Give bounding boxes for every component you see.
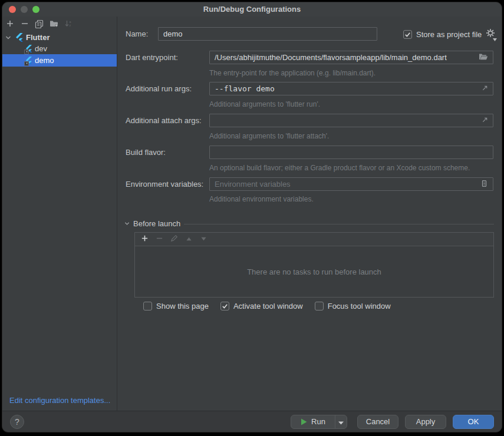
minus-icon xyxy=(156,234,163,245)
run-options-dropdown-button[interactable] xyxy=(335,415,347,428)
edit-task-button[interactable] xyxy=(167,233,182,245)
pencil-icon xyxy=(170,234,178,245)
tree-node-label: Flutter xyxy=(26,33,50,42)
run-args-help: Additional arguments to 'flutter run'. xyxy=(209,100,320,108)
chevron-down-icon[interactable] xyxy=(2,35,14,41)
apply-button[interactable]: Apply xyxy=(405,415,446,429)
ok-button[interactable]: OK xyxy=(453,415,494,429)
add-configuration-button[interactable] xyxy=(2,19,17,31)
copy-icon xyxy=(35,19,44,31)
tree-node-demo[interactable]: demo xyxy=(2,54,117,67)
focus-tool-window-label: Focus tool window xyxy=(328,302,391,311)
run-button-label: Run xyxy=(311,417,325,426)
expand-field-button[interactable] xyxy=(482,84,488,93)
run-args-value: --flavor demo xyxy=(215,84,478,93)
build-flavor-label: Build flavor: xyxy=(126,148,166,157)
dart-entrypoint-help: The entry-point for the application (e.g… xyxy=(209,69,375,77)
expand-field-button[interactable] xyxy=(482,116,488,125)
help-button[interactable]: ? xyxy=(10,415,24,429)
minus-icon xyxy=(21,19,29,30)
env-vars-label: Environment variables: xyxy=(126,180,203,189)
move-task-down-button[interactable] xyxy=(196,233,211,245)
project-file-settings-button[interactable] xyxy=(486,28,495,40)
edit-configuration-templates-link[interactable]: Edit configuration templates... xyxy=(9,396,110,405)
before-launch-title: Before launch xyxy=(133,219,180,228)
flutter-config-icon xyxy=(25,45,34,53)
expand-arrow-icon xyxy=(482,116,488,125)
dart-entrypoint-value: /Users/abhijitmuthe/Documents/flavorsamp… xyxy=(215,53,475,62)
env-vars-help: Additional environment variables. xyxy=(209,195,314,203)
dart-entrypoint-input[interactable]: /Users/abhijitmuthe/Documents/flavorsamp… xyxy=(209,51,493,64)
sort-configurations-button[interactable]: az xyxy=(61,19,76,31)
env-vars-input[interactable]: Environment variables xyxy=(209,177,493,191)
configuration-form: Name: demo Store as project file Dart en… xyxy=(118,16,502,411)
run-args-label: Additional run args: xyxy=(126,84,192,93)
tree-node-flutter[interactable]: Flutter xyxy=(2,32,117,43)
dialog-footer: ? Run Cancel Apply OK xyxy=(2,411,502,432)
build-flavor-help: An optional build flavor; either a Gradl… xyxy=(209,164,470,172)
run-args-input[interactable]: --flavor demo xyxy=(209,82,493,95)
tree-node-dev[interactable]: dev xyxy=(2,43,117,54)
play-icon xyxy=(301,418,307,425)
configurations-tree: Flutter dev demo xyxy=(2,32,117,67)
copy-configuration-button[interactable] xyxy=(32,19,47,31)
sort-az-icon: az xyxy=(64,19,73,30)
flutter-logo-icon xyxy=(14,33,26,42)
tree-node-label: dev xyxy=(35,44,47,53)
cancel-button[interactable]: Cancel xyxy=(357,415,398,429)
title-bar: Run/Debug Configurations xyxy=(2,2,502,16)
before-launch-empty-text: There are no tasks to run before launch xyxy=(135,246,493,297)
window-title: Run/Debug Configurations xyxy=(2,5,502,14)
edit-env-vars-button[interactable] xyxy=(480,180,488,189)
triangle-up-icon xyxy=(186,234,192,245)
plus-icon xyxy=(141,234,149,245)
before-launch-tasks-panel: There are no tasks to run before launch xyxy=(134,232,494,298)
name-value: demo xyxy=(163,29,372,38)
attach-args-help: Additional arguments to 'flutter attach'… xyxy=(209,132,329,140)
before-launch-section-header[interactable]: Before launch xyxy=(124,219,180,228)
expand-arrow-icon xyxy=(482,84,488,93)
variables-list-icon xyxy=(480,180,488,189)
plus-icon xyxy=(6,19,14,30)
configurations-sidebar: az Flutter dev xyxy=(2,16,117,411)
dropdown-caret-icon xyxy=(493,38,497,41)
build-flavor-input[interactable] xyxy=(209,146,493,159)
triangle-down-icon xyxy=(200,234,207,245)
activate-tool-window-label: Activate tool window xyxy=(233,302,303,311)
question-mark-icon: ? xyxy=(15,417,19,427)
open-folder-icon xyxy=(479,53,488,62)
dropdown-caret-icon xyxy=(338,417,344,427)
section-divider xyxy=(184,224,494,224)
attach-args-input[interactable] xyxy=(209,114,493,127)
dart-entrypoint-label: Dart entrypoint: xyxy=(126,53,178,62)
env-vars-placeholder: Environment variables xyxy=(215,180,477,189)
add-task-button[interactable] xyxy=(137,233,152,245)
name-input[interactable]: demo xyxy=(158,27,377,41)
store-as-project-file-label: Store as project file xyxy=(416,30,482,39)
new-folder-icon xyxy=(50,19,59,30)
attach-args-label: Additional attach args: xyxy=(126,116,202,125)
remove-configuration-button[interactable] xyxy=(17,19,32,31)
run-button[interactable]: Run xyxy=(291,415,335,428)
config-file-badge-icon xyxy=(24,61,29,66)
svg-text:z: z xyxy=(70,24,71,27)
remove-task-button[interactable] xyxy=(152,233,167,245)
run-debug-configurations-dialog: Run/Debug Configurations az xyxy=(2,2,502,432)
store-as-project-file-checkbox[interactable]: Store as project file xyxy=(403,30,482,39)
show-this-page-label: Show this page xyxy=(156,302,209,311)
focus-tool-window-checkbox[interactable]: Focus tool window xyxy=(315,302,391,311)
tree-node-label: demo xyxy=(35,56,54,65)
new-folder-button[interactable] xyxy=(47,19,61,31)
chevron-down-icon xyxy=(124,221,130,226)
name-label: Name: xyxy=(126,29,148,38)
flutter-config-icon xyxy=(25,57,34,65)
move-task-up-button[interactable] xyxy=(182,233,196,245)
before-launch-toolbar xyxy=(135,233,493,246)
config-file-badge-icon xyxy=(24,49,29,54)
activate-tool-window-checkbox[interactable]: Activate tool window xyxy=(220,302,303,311)
sidebar-toolbar: az xyxy=(2,18,117,31)
show-this-page-checkbox[interactable]: Show this page xyxy=(143,302,209,311)
run-split-button: Run xyxy=(291,415,347,429)
browse-folder-button[interactable] xyxy=(479,53,488,62)
